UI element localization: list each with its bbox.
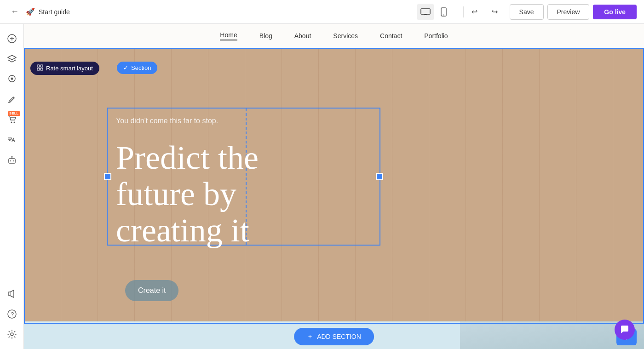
desktop-icon xyxy=(420,8,431,16)
rocket-icon: 🚀 xyxy=(26,7,35,16)
smart-layout-label: Rate smart layout xyxy=(46,65,93,72)
smart-layout-badge[interactable]: Rate smart layout xyxy=(30,62,99,75)
device-buttons xyxy=(417,4,452,20)
sidebar-sell-button[interactable]: SELL xyxy=(3,110,21,129)
nav-item-services[interactable]: Services xyxy=(333,32,358,40)
robot-icon xyxy=(8,155,16,165)
sidebar-megaphone-button[interactable] xyxy=(3,285,21,303)
sidebar-help-button[interactable]: ? xyxy=(3,305,21,323)
nav-item-contact[interactable]: Contact xyxy=(380,32,402,40)
start-guide-label: Start guide xyxy=(39,8,70,16)
back-button[interactable]: ← xyxy=(7,5,22,19)
svg-rect-26 xyxy=(40,68,43,70)
svg-rect-14 xyxy=(10,160,11,161)
sidebar-translate-button[interactable] xyxy=(3,131,21,149)
add-section-button[interactable]: ＋ ADD SECTION xyxy=(294,328,374,345)
mobile-icon xyxy=(441,7,447,17)
svg-point-22 xyxy=(11,333,13,336)
sidebar-edit-button[interactable] xyxy=(3,90,21,109)
settings-icon xyxy=(7,330,17,339)
sidebar-add-button[interactable] xyxy=(3,29,21,48)
resize-handle-left[interactable] xyxy=(104,173,111,180)
svg-rect-0 xyxy=(421,9,430,14)
cart-icon xyxy=(8,115,16,124)
undo-redo-group: ↩ ↪ xyxy=(467,5,506,19)
layers-icon xyxy=(7,55,17,63)
section-badge-label: Section xyxy=(131,64,151,71)
website-preview: Home Blog About Services Contact Portfol… xyxy=(24,24,644,349)
hero-subtitle: You didn't come this far to stop. xyxy=(116,117,218,125)
svg-point-10 xyxy=(11,78,13,80)
desktop-device-button[interactable] xyxy=(417,4,434,20)
chat-button[interactable] xyxy=(615,320,635,340)
redo-button[interactable]: ↪ xyxy=(488,5,502,19)
nav-item-about[interactable]: About xyxy=(294,32,311,40)
sidebar: SELL ? xyxy=(0,24,24,349)
hero-title[interactable]: Predict the future by creating it xyxy=(116,140,309,249)
edit-icon xyxy=(8,95,16,103)
sell-badge: SELL xyxy=(8,111,20,116)
svg-rect-24 xyxy=(40,65,43,67)
sidebar-layers-button[interactable] xyxy=(3,50,21,68)
site-navigation: Home Blog About Services Contact Portfol… xyxy=(24,24,644,48)
preview-button[interactable]: Preview xyxy=(547,4,590,20)
svg-point-11 xyxy=(11,122,12,123)
svg-rect-15 xyxy=(13,160,14,161)
sidebar-paint-button[interactable] xyxy=(3,70,21,88)
canvas-area: Home Blog About Services Contact Portfol… xyxy=(24,24,644,349)
chat-icon xyxy=(620,325,630,335)
smart-layout-icon xyxy=(37,64,43,72)
svg-rect-25 xyxy=(37,68,40,70)
hero-cta-button[interactable]: Create it xyxy=(125,280,178,301)
layout-grid-icon xyxy=(37,64,43,71)
nav-item-blog[interactable]: Blog xyxy=(259,32,272,40)
add-icon xyxy=(7,34,17,43)
sidebar-settings-button[interactable] xyxy=(3,325,21,343)
megaphone-icon xyxy=(7,290,17,298)
paint-icon xyxy=(8,74,16,84)
start-guide-button[interactable]: 🚀 Start guide xyxy=(26,7,70,16)
nav-item-home[interactable]: Home xyxy=(220,31,237,40)
help-icon: ? xyxy=(7,309,17,319)
svg-point-12 xyxy=(13,122,15,123)
undo-button[interactable]: ↩ xyxy=(467,5,482,19)
resize-handle-right[interactable] xyxy=(376,173,383,180)
svg-point-4 xyxy=(443,14,444,15)
svg-text:?: ? xyxy=(11,311,14,318)
hero-section: You didn't come this far to stop. Predic… xyxy=(24,48,644,324)
mobile-device-button[interactable] xyxy=(436,4,452,20)
toolbar-divider xyxy=(463,6,464,17)
nav-item-portfolio[interactable]: Portfolio xyxy=(424,32,448,40)
svg-point-17 xyxy=(11,156,12,158)
checkmark-icon: ✓ xyxy=(123,64,128,71)
add-section-label: ADD SECTION xyxy=(317,333,361,340)
plus-icon: ＋ xyxy=(307,332,313,341)
sidebar-robot-button[interactable] xyxy=(3,151,21,169)
translate-icon xyxy=(7,135,17,144)
svg-marker-8 xyxy=(8,55,16,60)
toolbar: ← 🚀 Start guide ↩ ↪ Save Preview Go live xyxy=(0,0,644,24)
save-button[interactable]: Save xyxy=(510,4,544,20)
svg-rect-13 xyxy=(9,159,15,163)
golive-button[interactable]: Go live xyxy=(593,5,637,19)
section-badge[interactable]: ✓ Section xyxy=(117,62,157,74)
svg-rect-23 xyxy=(37,65,40,67)
